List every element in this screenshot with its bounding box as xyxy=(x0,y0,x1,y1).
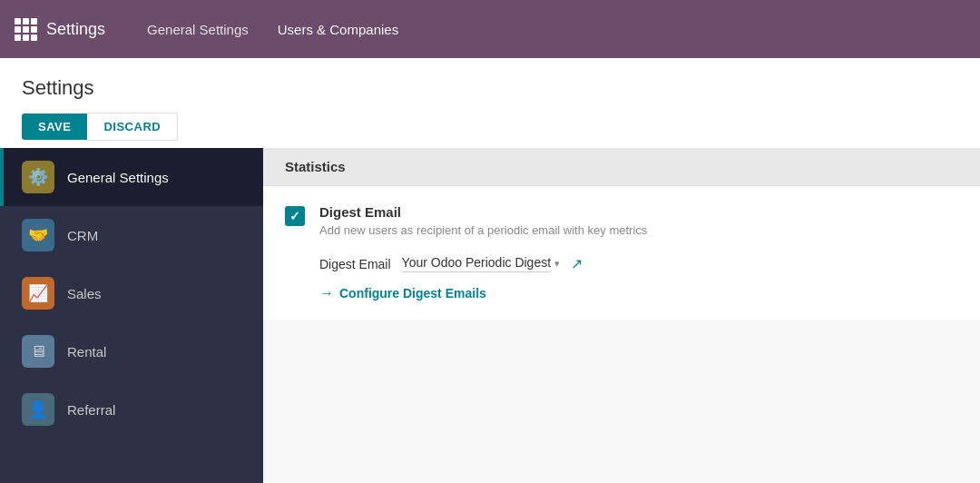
digest-select[interactable]: Your Odoo Periodic Digest ▾ xyxy=(402,255,560,272)
sidebar-label-crm: CRM xyxy=(67,228,98,243)
action-bar: SAVE DISCARD xyxy=(22,113,958,141)
digest-email-setting: ✓ Digest Email Add new users as recipien… xyxy=(285,204,958,237)
rental-icon: 🖥 xyxy=(22,335,54,368)
page-title: Settings xyxy=(22,76,958,100)
general-settings-icon: ⚙️ xyxy=(22,161,54,193)
digest-field-row: Digest Email Your Odoo Periodic Digest ▾… xyxy=(319,255,958,272)
content-area: Statistics ✓ Digest Email Add new users … xyxy=(263,148,980,483)
nav-general-settings[interactable]: General Settings xyxy=(134,15,261,44)
digest-email-info: Digest Email Add new users as recipient … xyxy=(319,204,647,237)
brand-label: Settings xyxy=(46,20,105,39)
sidebar-label-rental: Rental xyxy=(67,344,106,360)
nav-users-companies[interactable]: Users & Companies xyxy=(265,15,411,44)
sidebar-item-referral[interactable]: 👤 Referral xyxy=(0,380,263,439)
brand: Settings xyxy=(15,18,105,41)
sidebar-label-general: General Settings xyxy=(67,170,169,185)
arrow-right-icon: → xyxy=(319,285,334,301)
checkmark-icon: ✓ xyxy=(289,209,300,223)
sidebar-label-sales: Sales xyxy=(67,286,102,301)
sales-icon: 📈 xyxy=(22,277,54,310)
configure-digest-link[interactable]: → Configure Digest Emails xyxy=(319,285,958,301)
section-title: Statistics xyxy=(285,159,346,174)
sidebar-item-crm[interactable]: 🤝 CRM xyxy=(0,206,263,264)
digest-field-label: Digest Email xyxy=(319,257,391,271)
grid-icon[interactable] xyxy=(15,18,37,41)
sidebar-label-referral: Referral xyxy=(67,402,115,418)
digest-email-checkbox[interactable]: ✓ xyxy=(285,206,305,226)
digest-email-description: Add new users as recipient of a periodic… xyxy=(319,223,647,237)
dropdown-arrow-icon: ▾ xyxy=(554,258,560,270)
crm-icon: 🤝 xyxy=(22,219,54,251)
sidebar-item-general[interactable]: ⚙️ General Settings xyxy=(0,148,263,206)
topbar-nav: General Settings Users & Companies xyxy=(134,15,411,44)
topbar: Settings General Settings Users & Compan… xyxy=(0,0,980,58)
sidebar-item-rental[interactable]: 🖥 Rental xyxy=(0,322,263,380)
digest-email-title: Digest Email xyxy=(319,204,647,220)
sidebar-item-sales[interactable]: 📈 Sales xyxy=(0,264,263,322)
external-link-icon[interactable]: ↗ xyxy=(571,255,583,272)
page-header: Settings SAVE DISCARD xyxy=(0,58,980,148)
section-body: ✓ Digest Email Add new users as recipien… xyxy=(263,186,980,320)
sidebar: ⚙️ General Settings 🤝 CRM 📈 Sales 🖥 Rent… xyxy=(0,148,263,483)
configure-link-label: Configure Digest Emails xyxy=(339,286,486,301)
main-layout: ⚙️ General Settings 🤝 CRM 📈 Sales 🖥 Rent… xyxy=(0,148,980,483)
digest-select-value: Your Odoo Periodic Digest xyxy=(402,255,551,272)
save-button[interactable]: SAVE xyxy=(22,113,87,140)
referral-icon: 👤 xyxy=(22,393,54,426)
section-header: Statistics xyxy=(263,148,980,186)
discard-button[interactable]: DISCARD xyxy=(87,113,178,141)
